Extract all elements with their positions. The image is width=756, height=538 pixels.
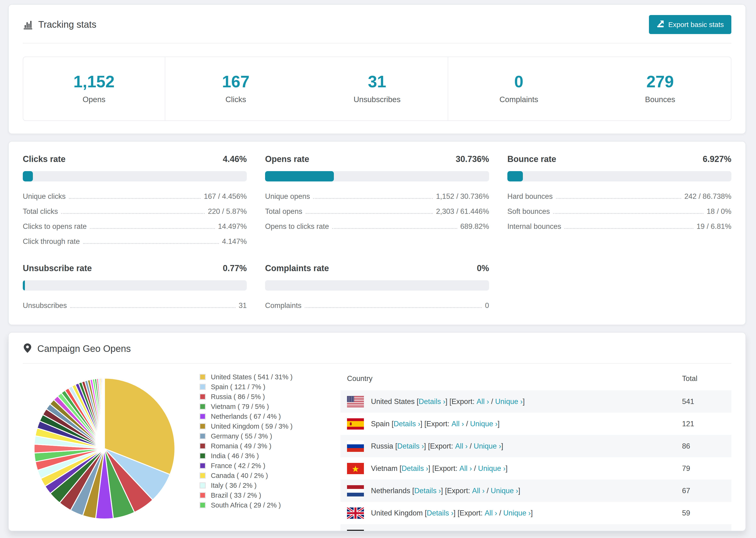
rate-progress-bar: [507, 171, 731, 182]
legend-swatch: [199, 502, 206, 508]
export-all-link[interactable]: All: [455, 442, 467, 451]
rate-detail-label: Unique clicks: [23, 192, 66, 201]
rate-detail-label: Total clicks: [23, 207, 58, 216]
rate-detail-rows: Complaints 0: [265, 301, 489, 310]
rate-detail-rows: Unique opens 1,152 / 30.736% Total opens…: [265, 192, 489, 231]
rate-detail-label: Soft bounces: [507, 207, 550, 216]
export-unique-link[interactable]: Unique: [491, 487, 518, 495]
table-row: Spain [Details] [Export: All / Unique] 1…: [341, 413, 731, 435]
country-name: Netherlands: [371, 487, 410, 495]
rate-detail-row: Unsubscribes 31: [23, 301, 247, 310]
export-all-link[interactable]: All: [485, 509, 497, 517]
rate-detail-label: Hard bounces: [507, 192, 553, 201]
summary-label: Opens: [23, 95, 165, 104]
geo-pie-chart: [27, 371, 187, 526]
legend-item: United States ( 541 / 31% ): [199, 372, 332, 382]
geo-opens-card: Campaign Geo Opens United States ( 541 /…: [8, 332, 746, 531]
country-column-header: Country: [347, 374, 682, 383]
export-unique-link[interactable]: Unique: [470, 420, 498, 428]
details-link[interactable]: Details: [402, 464, 428, 473]
rate-block: Bounce rate 6.927% Hard bounces 242 / 86…: [507, 154, 731, 246]
dotted-leader: [313, 198, 433, 199]
rate-detail-value: 242 / 86.738%: [684, 192, 731, 201]
dotted-leader: [565, 228, 693, 229]
export-all-link[interactable]: All: [452, 420, 464, 428]
details-link[interactable]: Details: [427, 509, 454, 517]
rate-value: 4.46%: [223, 154, 247, 164]
legend-label: United Kingdom ( 59 / 3% ): [211, 422, 293, 430]
legend-swatch: [199, 463, 206, 469]
legend-label: United States ( 541 / 31% ): [211, 373, 293, 381]
legend-label: Germany ( 55 / 3% ): [211, 432, 272, 440]
export-all-link[interactable]: All: [463, 531, 475, 531]
details-link[interactable]: Details: [419, 398, 445, 406]
rate-block: Complaints rate 0% Complaints 0: [265, 263, 489, 310]
rate-detail-value: 4.147%: [222, 237, 247, 246]
summary-value: 0: [448, 74, 589, 90]
rate-title: Opens rate: [265, 154, 309, 164]
legend-label: Italy ( 36 / 2% ): [211, 482, 257, 489]
country-flag-icon: [347, 508, 364, 519]
rate-title: Complaints rate: [265, 263, 329, 273]
rate-detail-label: Click through rate: [23, 237, 80, 246]
rate-value: 6.927%: [703, 154, 731, 164]
legend-swatch: [199, 374, 206, 380]
map-pin-icon: [23, 343, 32, 354]
table-row: United Kingdom [Details] [Export: All / …: [341, 502, 731, 524]
summary-value: 279: [589, 74, 731, 90]
legend-swatch: [199, 394, 206, 400]
summary-tile: 1,152 Opens: [23, 57, 165, 120]
legend-label: Romania ( 49 / 3% ): [211, 442, 271, 450]
rate-detail-value: 14.497%: [218, 222, 247, 231]
export-unique-link[interactable]: Unique: [495, 398, 523, 406]
details-link[interactable]: Details: [397, 442, 424, 451]
geo-content: United States ( 541 / 31% ) Spain ( 121 …: [9, 364, 745, 531]
rates-grid: Clicks rate 4.46% Unique clicks 167 / 4.…: [9, 141, 745, 325]
legend-label: Canada ( 40 / 2% ): [211, 472, 268, 480]
legend-label: India ( 46 / 3% ): [211, 452, 259, 460]
summary-tile: 31 Unsubscribes: [306, 57, 448, 120]
rate-detail-row: Hard bounces 242 / 86.738%: [507, 192, 731, 201]
rate-progress-fill: [265, 171, 334, 182]
rate-detail-row: Total clicks 220 / 5.87%: [23, 207, 247, 216]
dotted-leader: [553, 213, 703, 214]
legend-swatch: [199, 443, 206, 449]
table-row: Germany [Details] [Export: All / Unique]…: [341, 524, 731, 531]
dotted-leader: [69, 198, 201, 199]
legend-swatch: [199, 384, 206, 390]
legend-item: Germany ( 55 / 3% ): [199, 431, 332, 441]
rate-detail-value: 19 / 6.81%: [697, 222, 731, 231]
rate-detail-row: Clicks to opens rate 14.497%: [23, 222, 247, 231]
export-basic-stats-button[interactable]: Export basic stats: [649, 15, 731, 34]
country-name: United Kingdom: [371, 509, 423, 517]
export-all-link[interactable]: All: [477, 398, 489, 406]
country-name: Spain: [371, 420, 390, 428]
details-link[interactable]: Details: [414, 487, 441, 495]
page-title: Tracking stats: [38, 19, 96, 30]
legend-label: Brazil ( 33 / 2% ): [211, 492, 261, 499]
export-unique-link[interactable]: Unique: [503, 509, 531, 517]
country-name: Russia: [371, 442, 393, 451]
country-flag-icon: [347, 530, 364, 531]
summary-tile: 167 Clicks: [165, 57, 306, 120]
rate-value: 0%: [477, 263, 489, 273]
rate-detail-row: Unique clicks 167 / 4.456%: [23, 192, 247, 201]
legend-swatch: [199, 492, 206, 498]
rate-detail-value: 689.82%: [460, 222, 489, 231]
bar-chart-icon: [23, 19, 33, 30]
export-unique-link[interactable]: Unique: [478, 464, 506, 473]
summary-tiles: 1,152 Opens 167 Clicks 31 Unsubscribes 0…: [23, 57, 731, 121]
details-link[interactable]: Details: [394, 420, 420, 428]
legend-swatch: [199, 472, 206, 479]
rate-detail-row: Unique opens 1,152 / 30.736%: [265, 192, 489, 201]
export-all-link[interactable]: All: [459, 464, 472, 473]
export-unique-link[interactable]: Unique: [474, 442, 501, 451]
dotted-leader: [61, 213, 205, 214]
export-unique-link[interactable]: Unique: [481, 531, 509, 531]
export-icon: [657, 20, 665, 29]
rate-detail-value: 0: [485, 301, 489, 310]
legend-item: Vietnam ( 79 / 5% ): [199, 402, 332, 411]
dotted-leader: [83, 243, 219, 244]
details-link[interactable]: Details: [405, 531, 432, 531]
export-all-link[interactable]: All: [472, 487, 485, 495]
